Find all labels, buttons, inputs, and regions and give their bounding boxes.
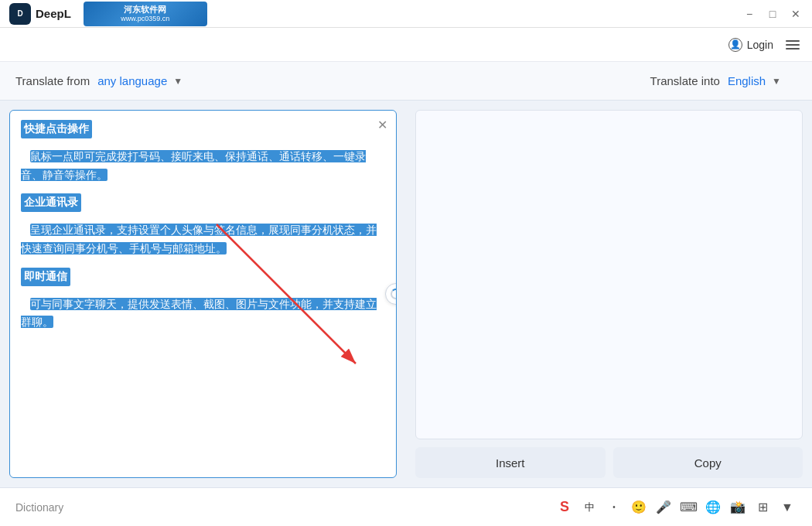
insert-button[interactable]: Insert [415,447,606,478]
s-icon[interactable]: S [555,498,574,517]
from-lang-value: any language [97,74,167,87]
source-text: 快捷点击操作 鼠标一点即可完成拨打号码、接听来电、保持通话、通话转移、一键录音、… [21,120,385,332]
grid-icon[interactable]: ⊞ [753,498,772,517]
minimize-button[interactable]: − [742,7,756,21]
keyboard-icon[interactable]: ⌨ [679,498,698,517]
into-prefix: Translate into [650,74,720,87]
mic-icon[interactable]: 🎤 [654,498,673,517]
menu-button[interactable] [786,40,800,50]
maximize-button[interactable]: □ [766,7,780,21]
section3-title: 即时通信 [21,268,70,286]
section1-body: 鼠标一点即可完成拨打号码、接听来电、保持通话、通话转移、一键录音、静音等操作。 [21,150,366,181]
watermark-line2: www.pc0359.cn [121,15,169,23]
user-icon: 👤 [728,38,742,52]
section2-title: 企业通讯录 [21,193,81,212]
source-box: ✕ 快捷点击操作 鼠标一点即可完成拨打号码、接听来电、保持通话、通话转移、一键录… [9,110,397,478]
loading-indicator [385,283,397,305]
translation-area[interactable] [415,110,803,439]
from-lang-selector[interactable]: Translate from any language ▼ [15,74,183,87]
titlebar-controls: − □ ✕ [742,7,803,21]
main-content: ✕ 快捷点击操作 鼠标一点即可完成拨打号码、接听来电、保持通话、通话转移、一键录… [0,101,812,487]
network-icon[interactable]: 🌐 [704,498,722,517]
section3-body: 可与同事文字聊天，提供发送表情、截图、图片与文件功能，并支持建立群聊。 [21,298,377,329]
section1-title: 快捷点击操作 [21,120,92,138]
app-name: DeepL [36,7,71,20]
deepl-logo: D DeepL [9,3,71,25]
action-buttons: Insert Copy [415,447,803,478]
headerbar: 👤 Login [0,28,812,62]
dictionary-bar: Dictionary S 中 • 🙂 🎤 ⌨ 🌐 📸 ⊞ ▼ [0,487,812,526]
login-button[interactable]: 👤 Login [728,38,773,52]
watermark: 河东软件网 www.pc0359.cn [84,2,207,26]
shirt-icon[interactable]: 📸 [728,498,747,517]
emoji-icon[interactable]: 🙂 [629,498,648,517]
deepl-logo-icon: D [9,3,31,25]
titlebar-left: D DeepL 河东软件网 www.pc0359.cn [9,2,207,26]
left-panel: ✕ 快捷点击操作 鼠标一点即可完成拨打号码、接听来电、保持通话、通话转移、一键录… [0,101,406,487]
right-panel: Insert Copy [406,101,812,487]
close-button[interactable]: ✕ [789,7,803,21]
spinner-icon [391,289,397,299]
into-lang-chevron: ▼ [772,76,781,87]
into-lang-value: English [728,74,766,87]
from-lang-chevron: ▼ [173,76,183,87]
titlebar: D DeepL 河东软件网 www.pc0359.cn − □ ✕ [0,0,812,28]
taskbar-icons: S 中 • 🙂 🎤 ⌨ 🌐 📸 ⊞ ▼ [555,498,797,517]
into-lang-selector[interactable]: Translate into English ▼ [650,74,781,87]
copy-button[interactable]: Copy [613,447,803,478]
dict-chevron[interactable]: ▼ [778,498,797,517]
dictionary-label: Dictionary [15,501,63,514]
chinese-icon[interactable]: 中 [580,498,599,517]
login-label: Login [747,39,773,51]
source-close-button[interactable]: ✕ [374,117,390,132]
section2-body: 呈现企业通讯录，支持设置个人头像与签名信息，展现同事分机状态，并快速查询同事分机… [21,224,377,254]
from-prefix: Translate from [15,74,90,87]
watermark-line1: 河东软件网 [121,5,169,15]
lang-bar: Translate from any language ▼ Translate … [0,62,812,101]
dot-icon[interactable]: • [605,498,623,517]
